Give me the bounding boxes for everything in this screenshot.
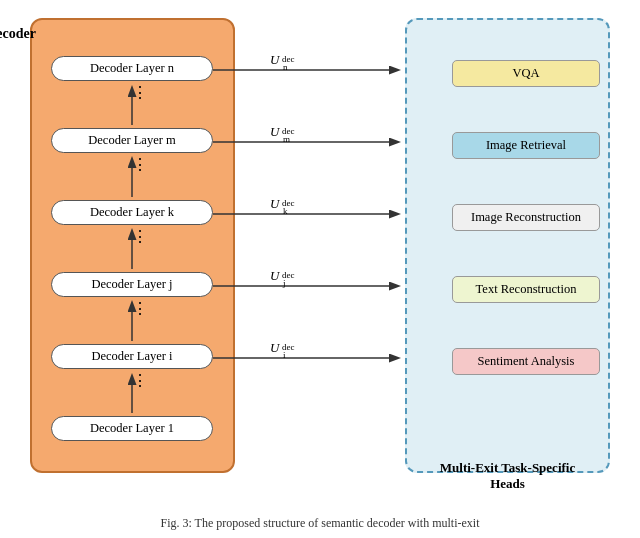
svg-text:dec: dec xyxy=(282,198,295,208)
dots-n-m: ⋮ xyxy=(132,83,149,102)
caption: Fig. 3: The proposed structure of semant… xyxy=(140,512,499,535)
svg-text:dec: dec xyxy=(282,342,295,352)
dots-i-1: ⋮ xyxy=(132,371,148,390)
task-vqa: VQA xyxy=(452,60,600,87)
task-image-reconstruction: Image Reconstruction xyxy=(452,204,600,231)
svg-text:j: j xyxy=(282,278,286,288)
svg-text:U: U xyxy=(270,124,281,139)
svg-text:U: U xyxy=(270,340,281,355)
decoder-layer-1: Decoder Layer 1 xyxy=(51,416,213,441)
svg-text:dec: dec xyxy=(282,54,295,64)
diagram-wrapper: Semantic Decoder Decoder Layer n ⋮ Decod… xyxy=(30,18,610,508)
dots-m-k: ⋮ xyxy=(132,155,148,174)
dots-k-j: ⋮ xyxy=(132,227,148,246)
decoder-layer-m: Decoder Layer m xyxy=(51,128,213,153)
semantic-decoder-title: Semantic Decoder xyxy=(0,26,133,42)
svg-text:dec: dec xyxy=(282,126,295,136)
svg-text:m: m xyxy=(283,134,290,144)
multi-exit-title: Multi-Exit Task-Specific Heads xyxy=(415,460,600,492)
task-sentiment-analysis: Sentiment Analysis xyxy=(452,348,600,375)
decoder-layer-j: Decoder Layer j xyxy=(51,272,213,297)
decoder-layer-i: Decoder Layer i xyxy=(51,344,213,369)
svg-text:i: i xyxy=(283,350,286,360)
task-text-reconstruction: Text Reconstruction xyxy=(452,276,600,303)
svg-text:k: k xyxy=(283,206,288,216)
svg-text:n: n xyxy=(283,62,288,72)
svg-text:U: U xyxy=(270,268,281,283)
svg-text:U: U xyxy=(270,52,281,67)
decoder-layer-n: Decoder Layer n xyxy=(51,56,213,81)
decoder-layer-k: Decoder Layer k xyxy=(51,200,213,225)
task-image-retrieval: Image Retrieval xyxy=(452,132,600,159)
svg-text:U: U xyxy=(270,196,281,211)
dots-j-i: ⋮ xyxy=(132,299,148,318)
svg-text:dec: dec xyxy=(282,270,295,280)
